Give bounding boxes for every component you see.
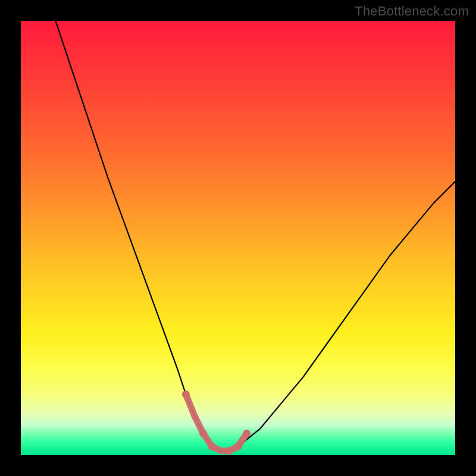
highlight-marker [226, 447, 233, 455]
main-curve [55, 21, 455, 451]
watermark-text: TheBottleneck.com [355, 4, 469, 19]
highlight-marker [182, 390, 190, 398]
highlight-marker [208, 443, 216, 450]
chart-svg [21, 21, 455, 455]
chart-frame: TheBottleneck.com [0, 0, 476, 476]
highlight-segment [186, 394, 246, 451]
highlight-marker [234, 443, 242, 450]
highlight-marker [199, 430, 207, 437]
highlight-marker [243, 430, 250, 437]
plot-area [21, 21, 455, 455]
